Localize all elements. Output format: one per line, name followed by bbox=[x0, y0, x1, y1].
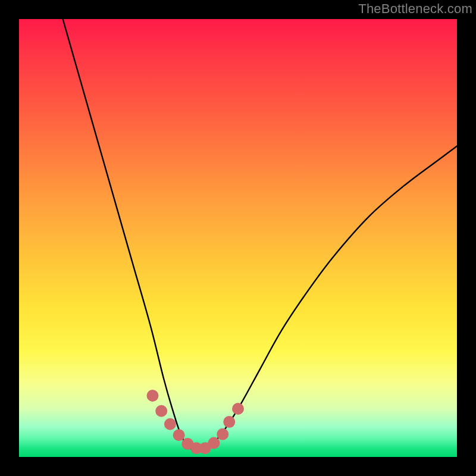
highlight-dot bbox=[208, 437, 220, 449]
highlight-dots bbox=[146, 390, 244, 454]
curve-svg bbox=[19, 19, 457, 457]
chart-frame: TheBottleneck.com bbox=[0, 0, 476, 476]
highlight-dot bbox=[223, 416, 235, 428]
highlight-dot bbox=[173, 429, 185, 441]
bottleneck-curve bbox=[63, 19, 457, 449]
highlight-dot bbox=[232, 403, 244, 415]
highlight-dot bbox=[155, 405, 167, 417]
plot-area bbox=[19, 19, 457, 457]
highlight-dot bbox=[164, 418, 176, 430]
highlight-dot bbox=[146, 390, 158, 402]
highlight-dot bbox=[217, 428, 228, 440]
watermark-text: TheBottleneck.com bbox=[358, 1, 472, 17]
